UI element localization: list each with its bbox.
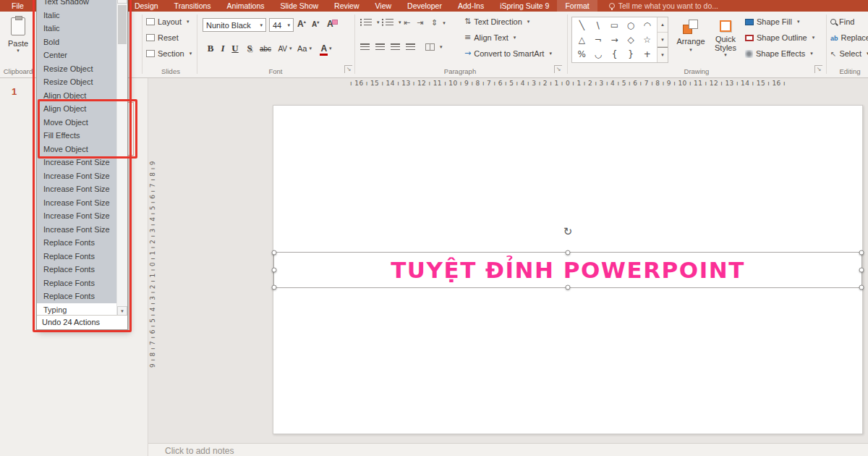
ribbon-tab-view[interactable]: View: [367, 0, 400, 12]
gallery-scroll-up-icon[interactable]: ▲: [658, 17, 668, 33]
convert-to-smartart-button[interactable]: → Convert to SmartArt: [464, 48, 552, 58]
undo-actions-status[interactable]: Undo 24 Actions: [37, 315, 127, 329]
align-left-button[interactable]: [360, 43, 370, 51]
undo-history-item[interactable]: Move Object: [37, 143, 116, 156]
increase-font-size-button[interactable]: A▴: [297, 19, 306, 29]
bullets-button[interactable]: [360, 19, 380, 26]
undo-history-item[interactable]: Center: [37, 48, 116, 62]
undo-history-item[interactable]: Replace Fonts: [37, 276, 116, 290]
undo-history-item[interactable]: Increase Font Size: [37, 182, 116, 196]
select-button[interactable]: Select: [830, 49, 868, 58]
undo-dropdown-scrollbar[interactable]: ▲ ▼: [116, 0, 127, 316]
shape-icon[interactable]: \: [597, 20, 600, 30]
resize-handle-bottom-right[interactable]: [859, 285, 864, 290]
ribbon-tab-add-ins[interactable]: Add-Ins: [450, 0, 492, 12]
arrange-button[interactable]: Arrange ▾: [674, 17, 707, 70]
line-spacing-button[interactable]: ⇕: [431, 18, 446, 28]
shape-effects-button[interactable]: Shape Effects: [745, 49, 813, 58]
ribbon-tab-slide-show[interactable]: Slide Show: [273, 0, 327, 12]
find-button[interactable]: Find: [830, 17, 854, 26]
resize-handle-bottom-center[interactable]: [566, 285, 571, 290]
drawing-dialog-launcher-icon[interactable]: [814, 65, 822, 73]
shape-icon[interactable]: ◇: [627, 35, 634, 45]
reset-button[interactable]: Reset: [146, 33, 179, 42]
undo-history-item[interactable]: Replace Fonts: [37, 236, 116, 250]
shape-fill-button[interactable]: Shape Fill: [745, 17, 799, 26]
text-direction-button[interactable]: ⇅ Text Direction: [464, 17, 529, 26]
undo-history-item[interactable]: Align Object: [37, 102, 116, 116]
undo-history-item[interactable]: Increase Font Size: [37, 169, 116, 183]
replace-button[interactable]: Replace: [830, 33, 868, 42]
undo-history-item[interactable]: Replace Fonts: [37, 263, 116, 276]
scrollbar-thumb[interactable]: [118, 5, 127, 44]
paste-button[interactable]: Paste ▾: [4, 16, 33, 67]
decrease-font-size-button[interactable]: A▾: [312, 20, 319, 28]
undo-history-item[interactable]: Italic: [37, 9, 116, 22]
font-size-combo[interactable]: 44 ▾: [269, 18, 294, 32]
character-spacing-button[interactable]: AV: [276, 41, 294, 56]
shape-icon[interactable]: ◠: [643, 20, 650, 30]
shape-icon[interactable]: ╲: [579, 20, 584, 30]
shape-outline-button[interactable]: Shape Outline: [745, 33, 814, 42]
gallery-scroll-down-icon[interactable]: ▼: [658, 33, 668, 48]
resize-handle-top-left[interactable]: [272, 250, 277, 256]
strikethrough-button[interactable]: abc: [257, 41, 274, 56]
chevron-down-icon[interactable]: ▾: [260, 22, 263, 28]
shape-icon[interactable]: △: [579, 35, 585, 45]
ribbon-tab-review[interactable]: Review: [326, 0, 367, 12]
shape-icon[interactable]: {: [612, 49, 618, 59]
undo-history-item[interactable]: Resize Object: [37, 62, 116, 76]
clear-formatting-button[interactable]: A: [327, 19, 333, 29]
slide-canvas[interactable]: TUYỆT ĐỈNH POWERPOINT: [273, 105, 863, 434]
change-case-button[interactable]: Aa: [296, 41, 313, 56]
undo-history-item[interactable]: Resize Object: [37, 75, 116, 89]
font-dialog-launcher-icon[interactable]: [344, 65, 352, 73]
italic-button[interactable]: I: [218, 41, 228, 56]
ribbon-tab-animations[interactable]: Animations: [219, 0, 273, 12]
resize-handle-middle-left[interactable]: [272, 268, 277, 273]
shape-icon[interactable]: +: [644, 49, 651, 59]
ribbon-tab-developer[interactable]: Developer: [399, 0, 450, 12]
undo-history-item[interactable]: Increase Font Size: [37, 209, 116, 223]
underline-button[interactable]: U: [229, 41, 241, 56]
resize-handle-middle-right[interactable]: [859, 268, 864, 273]
chevron-down-icon[interactable]: ▾: [287, 22, 290, 28]
paragraph-dialog-launcher-icon[interactable]: [554, 65, 562, 73]
align-text-button[interactable]: ≡ Align Text: [464, 33, 516, 42]
undo-history-item[interactable]: Increase Font Size: [37, 156, 116, 169]
font-color-button[interactable]: A: [318, 41, 335, 56]
section-button[interactable]: Section: [146, 49, 192, 58]
slide-title-text[interactable]: TUYỆT ĐỈNH POWERPOINT: [391, 257, 745, 283]
undo-history-item[interactable]: Bold: [37, 35, 116, 49]
resize-handle-top-center[interactable]: [566, 250, 571, 256]
gallery-more-icon[interactable]: ▼: [658, 47, 668, 62]
notes-pane[interactable]: Click to add notes: [148, 443, 868, 456]
shape-icon[interactable]: %: [578, 49, 586, 59]
title-textbox[interactable]: TUYỆT ĐỈNH POWERPOINT: [273, 252, 862, 288]
ribbon-tab-ispring-suite-9[interactable]: iSpring Suite 9: [492, 0, 557, 12]
decrease-indent-button[interactable]: ⇤: [404, 18, 410, 28]
shape-icon[interactable]: ○: [627, 20, 634, 30]
shape-icon[interactable]: ¬: [595, 35, 602, 45]
scroll-up-icon[interactable]: ▲: [117, 0, 127, 4]
shape-icon[interactable]: ▭: [610, 20, 618, 30]
notes-placeholder[interactable]: Click to add notes: [165, 446, 234, 456]
columns-button[interactable]: [425, 43, 443, 51]
undo-history-item[interactable]: Replace Fonts: [37, 250, 116, 263]
increase-indent-button[interactable]: ⇥: [417, 18, 423, 28]
shape-icon[interactable]: ☆: [643, 35, 651, 45]
shape-icon[interactable]: }: [628, 49, 634, 59]
undo-history-item[interactable]: Fill Effects: [37, 129, 116, 143]
font-name-combo[interactable]: Nunito Black ▾: [203, 18, 266, 32]
rotate-handle-icon[interactable]: [563, 225, 573, 238]
undo-history-item[interactable]: Move Object: [37, 116, 116, 130]
ribbon-tab-file[interactable]: File: [1, 0, 34, 12]
undo-history-item[interactable]: Align Object: [37, 89, 116, 103]
resize-handle-bottom-left[interactable]: [272, 285, 277, 290]
undo-history-item[interactable]: Increase Font Size: [37, 223, 116, 237]
quick-styles-button[interactable]: Quick Styles ▾: [709, 17, 742, 70]
ribbon-tab-design[interactable]: Design: [127, 0, 166, 12]
undo-history-item[interactable]: Text Shadow: [37, 0, 116, 9]
undo-history-item[interactable]: Increase Font Size: [37, 196, 116, 210]
align-right-button[interactable]: [391, 43, 400, 51]
